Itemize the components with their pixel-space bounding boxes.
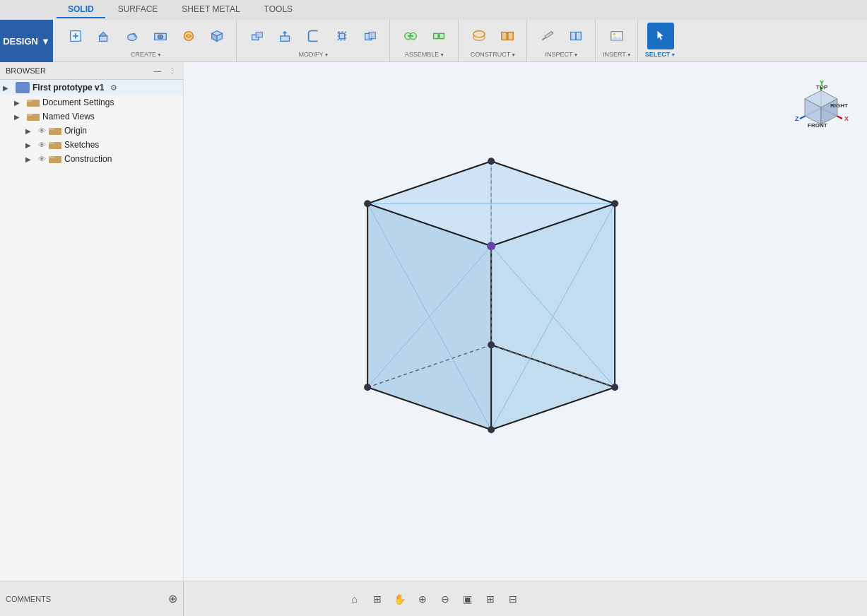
as-built-joint-button[interactable] bbox=[425, 23, 452, 49]
measure-button[interactable] bbox=[534, 23, 561, 49]
doc-settings-label: Document Settings bbox=[42, 97, 114, 107]
tab-solid[interactable]: SOLID bbox=[57, 1, 105, 18]
insert-image-button[interactable] bbox=[603, 23, 630, 49]
create-group: CREATE ▼ bbox=[57, 20, 237, 61]
assemble-arrow: ▼ bbox=[440, 52, 444, 57]
3d-canvas[interactable] bbox=[184, 62, 867, 581]
extrude-button[interactable] bbox=[90, 23, 117, 49]
construct-tools bbox=[466, 23, 521, 49]
viewport-zoom-in-button[interactable]: ⊕ bbox=[413, 589, 432, 609]
construct-label[interactable]: CONSTRUCT ▼ bbox=[471, 51, 516, 58]
create-tools bbox=[62, 23, 230, 49]
scale-button[interactable] bbox=[329, 23, 355, 49]
section-analysis-button[interactable] bbox=[562, 23, 589, 49]
cube-navigator[interactable] bbox=[789, 76, 853, 140]
modify-label[interactable]: MODIFY ▼ bbox=[299, 51, 329, 58]
joint-button[interactable] bbox=[397, 23, 424, 49]
browser-drag-icon[interactable]: ⋮ bbox=[166, 65, 177, 76]
modify-arrow: ▼ bbox=[324, 52, 329, 57]
new-component-button[interactable] bbox=[62, 23, 89, 49]
fillet-button[interactable] bbox=[300, 23, 327, 49]
viewport-home-button[interactable]: ⌂ bbox=[345, 589, 365, 609]
named-views-label: Named Views bbox=[42, 112, 95, 122]
design-dropdown-arrow: ▼ bbox=[41, 36, 50, 47]
construction-label: Construction bbox=[64, 154, 112, 164]
combine-button[interactable] bbox=[357, 23, 384, 49]
midplane-button[interactable] bbox=[494, 23, 521, 49]
construction-folder-icon bbox=[49, 154, 61, 164]
tab-tools[interactable]: TOOLS bbox=[253, 1, 304, 18]
assemble-group: ASSEMBLE ▼ bbox=[391, 20, 459, 61]
svg-rect-52 bbox=[49, 142, 54, 144]
sketches-folder-icon bbox=[49, 140, 61, 150]
box-button[interactable] bbox=[204, 23, 230, 49]
svg-rect-37 bbox=[545, 32, 553, 38]
cube-canvas[interactable] bbox=[789, 76, 853, 140]
svg-rect-18 bbox=[339, 34, 344, 39]
browser-header: BROWSER — ⋮ bbox=[0, 62, 183, 80]
svg-rect-14 bbox=[281, 36, 290, 41]
named-views-expand[interactable]: ▶ bbox=[14, 113, 24, 121]
root-expand-arrow[interactable]: ▶ bbox=[3, 84, 13, 92]
select-button[interactable] bbox=[647, 23, 674, 49]
design-dropdown-button[interactable]: DESIGN ▼ bbox=[0, 20, 53, 62]
select-label[interactable]: SELECT ▼ bbox=[645, 51, 676, 58]
inspect-arrow: ▼ bbox=[574, 52, 579, 57]
create-arrow: ▼ bbox=[157, 52, 162, 57]
named-views-folder-icon bbox=[27, 112, 40, 122]
svg-point-28 bbox=[473, 31, 485, 37]
tree-item-origin[interactable]: ▶ 👁 Origin bbox=[0, 124, 183, 138]
construct-group: CONSTRUCT ▼ bbox=[460, 20, 527, 61]
construction-eye-icon[interactable]: 👁 bbox=[38, 155, 46, 163]
doc-settings-expand[interactable]: ▶ bbox=[14, 99, 24, 107]
svg-rect-24 bbox=[434, 34, 438, 39]
tree-item-root[interactable]: ▶ First prototype v1 ⚙ bbox=[0, 80, 183, 95]
insert-label[interactable]: INSERT ▼ bbox=[603, 51, 632, 58]
viewport-grid-button[interactable]: ⊞ bbox=[480, 589, 500, 609]
inspect-group: INSPECT ▼ bbox=[529, 20, 596, 61]
push-pull-button[interactable] bbox=[272, 23, 299, 49]
hole-button[interactable] bbox=[147, 23, 174, 49]
add-comment-button[interactable]: ⊕ bbox=[168, 592, 177, 605]
svg-point-7 bbox=[158, 35, 163, 40]
comments-label: COMMENTS bbox=[6, 595, 51, 603]
construction-expand[interactable]: ▶ bbox=[25, 155, 35, 163]
svg-point-41 bbox=[613, 33, 616, 36]
viewport-controls: ⌂ ⊞ ✋ ⊕ ⊖ ▣ ⊞ ⊟ bbox=[339, 589, 529, 609]
assemble-label[interactable]: ASSEMBLE ▼ bbox=[405, 51, 444, 58]
browser-collapse-icon[interactable]: — bbox=[152, 65, 163, 76]
svg-marker-4 bbox=[100, 32, 107, 37]
assemble-tools bbox=[397, 23, 452, 49]
status-bar: COMMENTS ⊕ ⌂ ⊞ ✋ ⊕ ⊖ ▣ ⊞ ⊟ bbox=[0, 581, 867, 616]
tab-surface[interactable]: SURFACE bbox=[107, 1, 170, 18]
svg-rect-54 bbox=[49, 156, 54, 158]
move-copy-button[interactable] bbox=[244, 23, 271, 49]
browser-panel: BROWSER — ⋮ ▶ First prototype v1 ⚙ ▶ Doc… bbox=[0, 62, 184, 581]
viewport-layout-button[interactable]: ⊟ bbox=[503, 589, 523, 609]
sketches-eye-icon[interactable]: 👁 bbox=[38, 141, 46, 149]
viewport-display-mode-button[interactable]: ▣ bbox=[458, 589, 478, 609]
sketches-expand[interactable]: ▶ bbox=[25, 141, 35, 149]
modify-tools bbox=[244, 23, 384, 49]
tree-item-doc-settings[interactable]: ▶ Document Settings bbox=[0, 95, 183, 109]
tree-item-sketches[interactable]: ▶ 👁 Sketches bbox=[0, 138, 183, 152]
construct-arrow: ▼ bbox=[511, 52, 516, 57]
viewport-pan-button[interactable]: ✋ bbox=[390, 589, 410, 609]
revolve-button[interactable] bbox=[119, 23, 146, 49]
tree-item-construction[interactable]: ▶ 👁 Construction bbox=[0, 152, 183, 166]
viewport-camera-button[interactable]: ⊞ bbox=[367, 589, 387, 609]
offset-plane-button[interactable] bbox=[466, 23, 493, 49]
origin-expand[interactable]: ▶ bbox=[25, 127, 35, 135]
root-settings-icon[interactable]: ⚙ bbox=[108, 82, 119, 93]
tab-sheet-metal[interactable]: SHEET METAL bbox=[170, 1, 251, 18]
svg-rect-48 bbox=[27, 114, 33, 116]
svg-rect-13 bbox=[256, 32, 262, 37]
origin-eye-icon[interactable]: 👁 bbox=[38, 126, 46, 135]
viewport-zoom-out-button[interactable]: ⊖ bbox=[435, 589, 455, 609]
inspect-label[interactable]: INSPECT ▼ bbox=[545, 51, 579, 58]
tree-item-named-views[interactable]: ▶ Named Views bbox=[0, 109, 183, 124]
create-label[interactable]: CREATE ▼ bbox=[131, 51, 162, 58]
comments-panel: COMMENTS ⊕ bbox=[0, 581, 184, 616]
svg-rect-29 bbox=[502, 32, 507, 40]
thread-button[interactable] bbox=[175, 23, 202, 49]
